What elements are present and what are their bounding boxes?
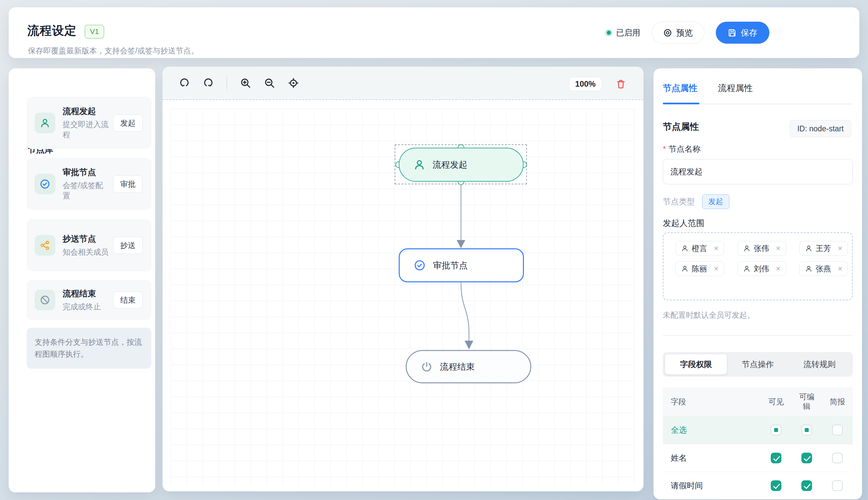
library-item-badge: 发起 xyxy=(113,114,143,131)
library-item-approval[interactable]: 审批节点 会签/或签配置 审批 xyxy=(27,158,151,210)
member-chip[interactable]: 张伟 × xyxy=(737,241,786,256)
remove-member-icon[interactable]: × xyxy=(714,244,718,253)
remove-member-icon[interactable]: × xyxy=(776,244,781,253)
flow-canvas[interactable]: 100% 流程发起 xyxy=(163,67,644,491)
node-type-label: 节点类型 xyxy=(663,196,695,207)
library-item-start[interactable]: 流程发起 提交即进入流程 发起 xyxy=(27,96,151,149)
col-visible: 可见 xyxy=(761,397,791,407)
section-title: 节点属性 xyxy=(663,121,699,133)
share-icon xyxy=(35,235,55,256)
library-item-title: 流程发起 xyxy=(63,106,110,117)
preview-eye-icon xyxy=(663,29,672,37)
initiator-scope-box[interactable]: 橙言 × 张伟 × 王芳 × 陈丽 × 刘伟 × xyxy=(663,232,853,300)
tab-field-permissions[interactable]: 字段权限 xyxy=(665,354,727,374)
field-permission-table: 字段 可见 可编辑 简报 全选 姓名 请假时间 xyxy=(663,387,853,499)
status-dot-icon xyxy=(605,29,612,36)
tab-flow-properties[interactable]: 流程属性 xyxy=(718,82,753,102)
active-tab-underline xyxy=(663,103,700,104)
panel-tabs: 节点属性 流程属性 xyxy=(663,82,853,102)
checkbox-editable[interactable] xyxy=(801,453,812,463)
node-library-sidebar: 节点库 流程发起 提交即进入流程 发起 审批节点 会签/或签配置 xyxy=(9,68,155,492)
library-item-title: 流程结束 xyxy=(63,288,110,299)
check-circle-icon xyxy=(414,259,426,271)
checkbox-visible[interactable] xyxy=(771,425,782,435)
page-header: 流程设定 V1 保存即覆盖最新版本，支持会签/或签与抄送节点。 已启用 预览 xyxy=(9,7,859,58)
library-item-badge: 审批 xyxy=(113,175,143,192)
row-label: 全选 xyxy=(663,425,761,435)
table-header-row: 字段 可见 可编辑 简报 xyxy=(663,387,853,416)
member-chip[interactable]: 陈丽 × xyxy=(676,261,724,276)
row-label: 请假时间 xyxy=(663,480,761,491)
checkbox-report[interactable] xyxy=(832,453,843,463)
checkbox-report[interactable] xyxy=(832,480,843,491)
save-floppy-icon xyxy=(728,29,737,37)
zoom-out-button[interactable] xyxy=(260,73,279,93)
save-label: 保存 xyxy=(741,27,758,38)
status-indicator: 已启用 xyxy=(605,27,640,38)
node-label: 流程发起 xyxy=(433,159,467,171)
ban-icon xyxy=(35,290,55,310)
library-item-desc: 会签/或签配置 xyxy=(63,180,110,201)
col-report: 简报 xyxy=(822,397,853,407)
library-item-desc: 知会相关成员 xyxy=(63,247,110,257)
status-label: 已启用 xyxy=(616,27,640,38)
checkbox-visible[interactable] xyxy=(771,480,782,491)
workflow-editor-page: 流程设定 V1 保存即覆盖最新版本，支持会签/或签与抄送节点。 已启用 预览 xyxy=(0,0,868,500)
member-name: 王芳 xyxy=(816,243,831,254)
fit-view-button[interactable] xyxy=(284,73,303,93)
node-label: 审批节点 xyxy=(433,260,468,271)
remove-member-icon[interactable]: × xyxy=(838,264,842,273)
zoom-in-button[interactable] xyxy=(236,73,255,93)
checkbox-visible[interactable] xyxy=(771,453,782,463)
power-icon xyxy=(421,361,433,373)
library-item-end[interactable]: 流程结束 完成或终止 结束 xyxy=(27,280,151,320)
flow-node-start[interactable]: 流程发起 xyxy=(399,148,524,182)
flow-node-approval[interactable]: 审批节点 xyxy=(399,248,524,282)
node-name-input[interactable] xyxy=(663,159,853,184)
zoom-level-badge[interactable]: 100% xyxy=(569,77,602,91)
properties-panel: 节点属性 流程属性 节点属性 ID: node-start *节点名称 节点类型… xyxy=(654,68,862,499)
toolbar-divider xyxy=(226,77,227,89)
preview-button[interactable]: 预览 xyxy=(652,22,704,44)
header-actions: 已启用 预览 保存 xyxy=(605,7,770,58)
page-subtitle: 保存即覆盖最新版本，支持会签/或签与抄送节点。 xyxy=(28,46,199,56)
member-chip[interactable]: 王芳 × xyxy=(799,241,848,256)
checkbox-report[interactable] xyxy=(832,425,843,435)
library-item-badge: 抄送 xyxy=(113,237,143,254)
remove-member-icon[interactable]: × xyxy=(714,264,718,273)
flow-node-end[interactable]: 流程结束 xyxy=(406,350,531,383)
member-chip[interactable]: 刘伟 × xyxy=(737,261,786,276)
table-row-select-all: 全选 xyxy=(663,416,853,444)
undo-button[interactable] xyxy=(175,73,194,93)
table-row-name: 姓名 xyxy=(663,444,853,471)
member-chip[interactable]: 橙言 × xyxy=(676,241,724,256)
remove-member-icon[interactable]: × xyxy=(838,244,842,253)
checkbox-editable[interactable] xyxy=(801,425,812,435)
library-item-title: 抄送节点 xyxy=(63,233,110,244)
member-name: 刘伟 xyxy=(754,264,769,274)
initiator-scope-label: 发起人范围 xyxy=(663,218,704,229)
delete-node-button[interactable] xyxy=(611,77,630,91)
redo-button[interactable] xyxy=(199,73,218,93)
member-name: 张伟 xyxy=(754,243,769,254)
member-name: 橙言 xyxy=(692,243,707,254)
page-title: 流程设定 xyxy=(27,23,77,39)
user-icon xyxy=(413,159,425,171)
section-divider xyxy=(663,335,853,336)
member-chip[interactable]: 张燕 × xyxy=(799,261,848,276)
remove-member-icon[interactable]: × xyxy=(776,264,781,273)
tab-node-actions[interactable]: 节点操作 xyxy=(727,354,788,374)
library-item-cc[interactable]: 抄送节点 知会相关成员 抄送 xyxy=(27,219,151,271)
checkbox-editable[interactable] xyxy=(801,480,812,491)
sub-tabs: 字段权限 节点操作 流转规则 xyxy=(663,352,853,377)
row-label: 姓名 xyxy=(663,453,761,463)
node-label: 流程结束 xyxy=(440,361,474,373)
member-name: 张燕 xyxy=(816,264,831,274)
tab-node-properties[interactable]: 节点属性 xyxy=(663,82,697,102)
tab-transition-rules[interactable]: 流转规则 xyxy=(789,354,851,374)
scope-hint: 未配置时默认全员可发起。 xyxy=(663,310,755,320)
library-item-badge: 结束 xyxy=(113,292,143,309)
check-circle-icon xyxy=(35,174,55,194)
node-type-row: 节点类型 发起 xyxy=(663,194,729,209)
save-button[interactable]: 保存 xyxy=(716,22,770,44)
